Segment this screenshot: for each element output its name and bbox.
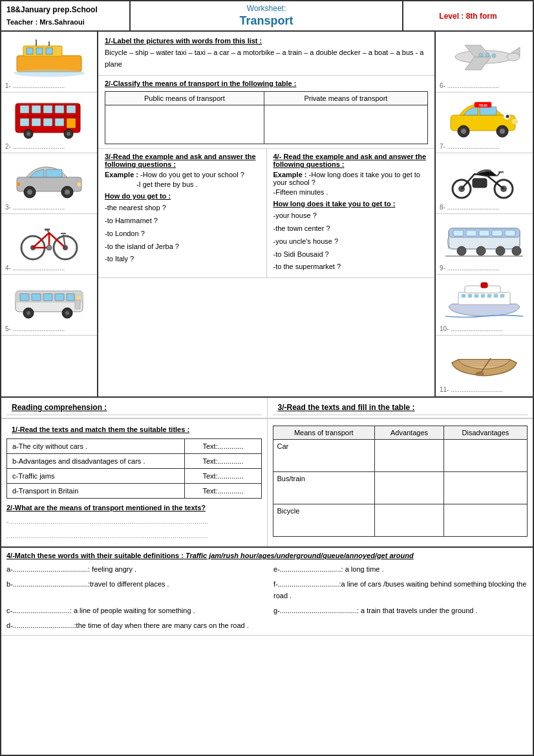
svg-rect-103 bbox=[487, 294, 491, 297]
def-text-e: : a long time . bbox=[341, 565, 384, 573]
svg-rect-13 bbox=[43, 105, 52, 113]
section3-answer: -I get there by bus . bbox=[105, 180, 260, 188]
svg-rect-32 bbox=[17, 182, 20, 186]
svg-rect-50 bbox=[43, 294, 52, 301]
def-item-g: g-......................................… bbox=[273, 605, 528, 617]
label-5: 5- ............................. bbox=[4, 325, 94, 332]
match-row-4: d-Transport in Britain Text:............… bbox=[7, 484, 262, 499]
classify-header-2: Private means of transport bbox=[264, 92, 427, 105]
svg-point-56 bbox=[27, 311, 30, 315]
q3-3: -to London ? bbox=[105, 228, 260, 241]
image-cell-8: 8- ............................. bbox=[436, 153, 533, 214]
match-definitions-section: 4/-Match these words with their suitable… bbox=[1, 548, 533, 636]
svg-point-64 bbox=[492, 54, 496, 58]
svg-rect-3 bbox=[36, 48, 43, 54]
vehicle-image-11 bbox=[445, 338, 523, 383]
example-label-3: Example : bbox=[105, 171, 138, 178]
match-table: a-The city without cars . Text:.........… bbox=[6, 438, 262, 499]
svg-rect-90 bbox=[492, 230, 502, 236]
svg-rect-99 bbox=[462, 294, 465, 297]
svg-rect-20 bbox=[67, 118, 76, 128]
def-dots-g: -....................................... bbox=[277, 607, 357, 614]
image-cell-4: 4- ............................. bbox=[1, 214, 97, 275]
vehicle-image-7: TAXI bbox=[445, 95, 523, 140]
q4-2: -the town center ? bbox=[273, 222, 429, 235]
section-2: 2/-Classify the means of transport in th… bbox=[98, 76, 434, 149]
fill-header-3: Disadvantages bbox=[443, 426, 527, 440]
q3-5: -to Italy ? bbox=[105, 253, 260, 266]
svg-rect-17 bbox=[32, 118, 41, 126]
svg-point-63 bbox=[507, 53, 520, 61]
match-text-3: Text:............. bbox=[185, 469, 261, 484]
def-item-e: e-...............................: a lon… bbox=[273, 563, 528, 576]
def-item-d: d-...............................:the ti… bbox=[6, 620, 261, 632]
definitions-grid: a-......................................… bbox=[6, 563, 528, 631]
fill-dis-bicycle bbox=[443, 504, 527, 537]
svg-rect-100 bbox=[468, 294, 472, 297]
vehicle-image-4 bbox=[10, 217, 88, 262]
section-3: 3/-Read the example and ask and answer t… bbox=[98, 149, 267, 277]
section4-questions: -your house ? -the town center ? -you un… bbox=[273, 210, 429, 274]
vehicle-image-1 bbox=[10, 34, 88, 80]
match-def-title: 4/-Match these words with their suitable… bbox=[6, 552, 528, 559]
reading-left: 1/-Read the texts and match them the sui… bbox=[1, 419, 268, 546]
fill-table: Means of transport Advantages Disadvanta… bbox=[273, 426, 528, 537]
image-cell-6: 6- ............................. bbox=[436, 32, 533, 92]
q4-1: -your house ? bbox=[273, 210, 429, 222]
svg-rect-101 bbox=[475, 294, 478, 297]
section4-answer: -Fifteen minutes . bbox=[273, 188, 429, 196]
image-cell-3: 3- ............................. bbox=[1, 153, 97, 214]
section2-title: 2/-Classify the means of transport in th… bbox=[105, 80, 428, 87]
q4-4: -to Sidi Bousaid ? bbox=[273, 248, 429, 261]
section1-title: 1/-Label the pictures with words from th… bbox=[105, 37, 428, 45]
svg-rect-104 bbox=[494, 294, 498, 297]
section3-questions: -the nearest shop ? -to Hammamet ? -to L… bbox=[105, 202, 260, 266]
image-cell-5: 5- ............................. bbox=[1, 275, 97, 336]
svg-point-45 bbox=[47, 245, 52, 250]
svg-rect-53 bbox=[75, 300, 80, 309]
example-q-3: -How do you get to your school ? bbox=[140, 171, 244, 178]
center-content: 1/-Label the pictures with words from th… bbox=[98, 32, 436, 396]
def-item-b: b-......................................… bbox=[6, 578, 261, 602]
match-title-2: b-Advantages and disadvantages of cars . bbox=[7, 454, 185, 469]
level-info: Level : 8th form bbox=[439, 12, 497, 21]
svg-rect-11 bbox=[20, 105, 29, 113]
svg-rect-49 bbox=[32, 294, 41, 301]
match-row-2: b-Advantages and disadvantages of cars .… bbox=[7, 454, 262, 469]
svg-rect-105 bbox=[500, 294, 504, 297]
header-right: Level : 8th form bbox=[403, 1, 533, 30]
q3-4: -to the island of Jerba ? bbox=[105, 241, 260, 254]
svg-point-24 bbox=[67, 132, 70, 136]
image-cell-11: 11- ............................. bbox=[436, 336, 533, 396]
match-title-3: c-Traffic jams bbox=[7, 469, 185, 484]
match-def-label: 4/-Match these words with their suitable… bbox=[6, 552, 184, 559]
fill-header-2: Advantages bbox=[375, 426, 444, 440]
reading-right: Means of transport Advantages Disadvanta… bbox=[268, 419, 533, 546]
worksheet-label: Worksheet: bbox=[136, 4, 397, 13]
def-item-a: a-......................................… bbox=[6, 563, 261, 576]
label-6: 6- ............................. bbox=[438, 82, 530, 89]
svg-rect-54 bbox=[77, 296, 81, 299]
fill-transport-car: Car bbox=[273, 440, 375, 472]
svg-rect-31 bbox=[78, 182, 81, 186]
label-4: 4- ............................. bbox=[4, 265, 94, 272]
def-dots-b: -...................................... bbox=[10, 580, 88, 588]
image-cell-1: 1- ............................. bbox=[1, 32, 97, 92]
svg-point-65 bbox=[486, 53, 489, 57]
svg-point-112 bbox=[476, 372, 484, 376]
q3-1: -the nearest shop ? bbox=[105, 202, 260, 215]
level-value: 8th form bbox=[466, 12, 497, 21]
def-text-b: :travel to different places . bbox=[88, 580, 169, 588]
match-text-1: Text:............. bbox=[185, 439, 261, 454]
example-a-3: -I get there by bus . bbox=[136, 180, 198, 188]
svg-rect-2 bbox=[27, 48, 33, 54]
label-7: 7- ............................. bbox=[438, 143, 530, 150]
image-cell-2: 2- ............................. bbox=[1, 92, 97, 153]
vehicle-image-2 bbox=[10, 95, 88, 140]
svg-point-7 bbox=[14, 69, 85, 77]
fill-row-bicycle: Bicycle bbox=[273, 504, 528, 537]
vehicle-image-9 bbox=[445, 217, 523, 262]
example-label-4: Example : bbox=[273, 171, 307, 178]
svg-rect-68 bbox=[480, 107, 497, 115]
label-10: 10- ............................. bbox=[438, 325, 530, 332]
